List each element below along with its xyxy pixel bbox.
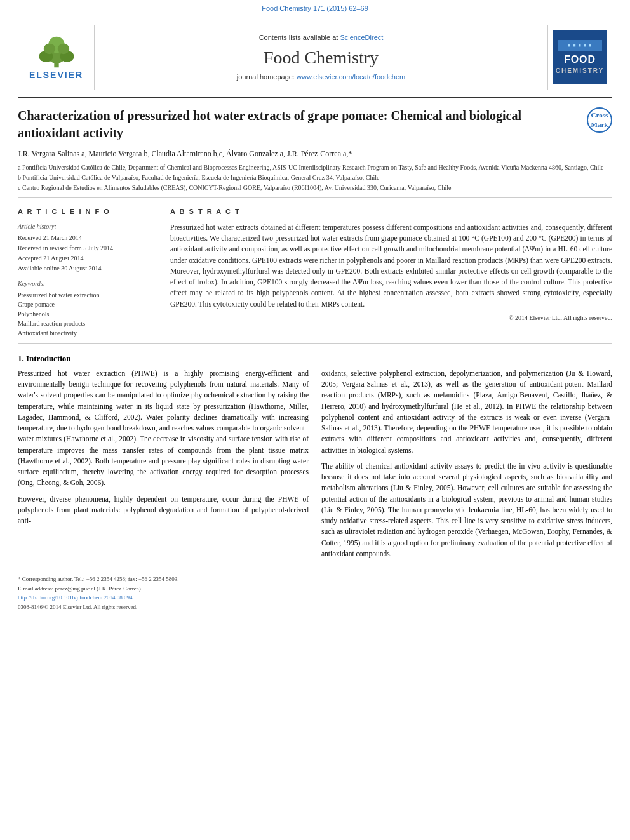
footnote-1: * Corresponding author. Tel.: +56 2 2354…: [18, 575, 612, 583]
affiliation-a: a Pontificia Universidad Católica de Chi…: [18, 163, 612, 172]
food-logo-chem-text: CHEMISTRY: [556, 67, 605, 76]
intro-left-col: Pressurized hot water extraction (PHWE) …: [18, 368, 309, 564]
elsevier-logo-area: ELSEVIER: [18, 25, 95, 90]
article-section: Characterization of pressurized hot wate…: [18, 107, 612, 192]
journal-header: ELSEVIER Contents lists available at Sci…: [18, 25, 612, 90]
received-date: Received 21 March 2014: [18, 234, 158, 243]
authors-line: J.R. Vergara-Salinas a, Mauricio Vergara…: [18, 148, 612, 159]
accepted-date: Accepted 21 August 2014: [18, 254, 158, 263]
food-chemistry-logo: ■ ■ ■ ■ ■ FOOD CHEMISTRY: [553, 30, 607, 84]
keyword-3: Polyphenols: [18, 310, 158, 319]
article-info-abstract-section: A R T I C L E I N F O Article history: R…: [18, 207, 612, 338]
article-info-header: A R T I C L E I N F O: [18, 207, 158, 217]
article-history-label: Article history:: [18, 222, 158, 231]
intro-para-2: However, diverse phenomena, highly depen…: [18, 494, 309, 527]
affiliation-c: c Centro Regional de Estudios en Aliment…: [18, 183, 612, 192]
food-chemistry-logo-area: ■ ■ ■ ■ ■ FOOD CHEMISTRY: [548, 25, 612, 90]
sciencedirect-link[interactable]: ScienceDirect: [340, 34, 383, 41]
intro-right-col: oxidants, selective polyphenol extractio…: [321, 368, 612, 564]
affiliation-b: b Pontificia Universidad Católica de Val…: [18, 173, 612, 182]
citation-line: Food Chemistry 171 (2015) 62–69: [18, 4, 612, 13]
intro-two-col: Pressurized hot water extraction (PHWE) …: [18, 368, 612, 564]
available-online-date: Available online 30 August 2014: [18, 264, 158, 273]
journal-title: Food Chemistry: [264, 45, 379, 70]
footer-copyright: 0308-8146/© 2014 Elsevier Ltd. All right…: [18, 603, 612, 611]
article-info-column: A R T I C L E I N F O Article history: R…: [18, 207, 158, 338]
footnote-2: E-mail address: perez@ing.puc.cl (J.R. P…: [18, 585, 612, 593]
keyword-4: Maillard reaction products: [18, 319, 158, 328]
body-divider: [18, 343, 612, 344]
elsevier-text: ELSEVIER: [29, 69, 83, 82]
keyword-2: Grape pomace: [18, 300, 158, 309]
svg-point-5: [43, 43, 55, 54]
copyright-notice: © 2014 Elsevier Ltd. All rights reserved…: [170, 314, 612, 323]
article-divider: [18, 197, 612, 198]
elsevier-logo: ELSEVIER: [29, 34, 83, 82]
received-revised-date: Received in revised form 5 July 2014: [18, 244, 158, 253]
footer-doi[interactable]: http://dx.doi.org/10.1016/j.foodchem.201…: [18, 594, 612, 602]
homepage-url[interactable]: www.elsevier.com/locate/foodchem: [297, 73, 405, 81]
body-section: 1. Introduction Pressurized hot water ex…: [18, 353, 612, 564]
intro-para-1: Pressurized hot water extraction (PHWE) …: [18, 368, 309, 489]
journal-homepage-line: journal homepage: www.elsevier.com/locat…: [237, 72, 405, 82]
intro-section-title: 1. Introduction: [18, 353, 612, 364]
keywords-label: Keywords:: [18, 279, 158, 288]
abstract-text: Pressurized hot water extracts obtained …: [170, 222, 612, 310]
keyword-1: Pressurized hot water extraction: [18, 291, 158, 300]
intro-para-4: The ability of chemical antioxidant acti…: [321, 461, 612, 559]
food-logo-food-text: FOOD: [564, 53, 596, 67]
citation-text: Food Chemistry 171 (2015) 62–69: [262, 4, 368, 12]
intro-para-3: oxidants, selective polyphenol extractio…: [321, 368, 612, 456]
abstract-column: A B S T R A C T Pressurized hot water ex…: [170, 207, 612, 338]
article-title: Characterization of pressurized hot wate…: [18, 107, 551, 142]
keyword-5: Antioxidant bioactivity: [18, 329, 158, 338]
crossmark-badge: CrossMark: [587, 107, 612, 133]
header-divider: [18, 97, 612, 98]
elsevier-tree-icon: [31, 34, 82, 69]
contents-available-text: Contents lists available at ScienceDirec…: [259, 33, 384, 43]
svg-point-6: [57, 43, 69, 54]
journal-header-center: Contents lists available at ScienceDirec…: [95, 25, 548, 90]
keywords-section: Keywords: Pressurized hot water extracti…: [18, 279, 158, 338]
abstract-header: A B S T R A C T: [170, 207, 612, 217]
footer-section: * Corresponding author. Tel.: +56 2 2354…: [18, 571, 612, 611]
